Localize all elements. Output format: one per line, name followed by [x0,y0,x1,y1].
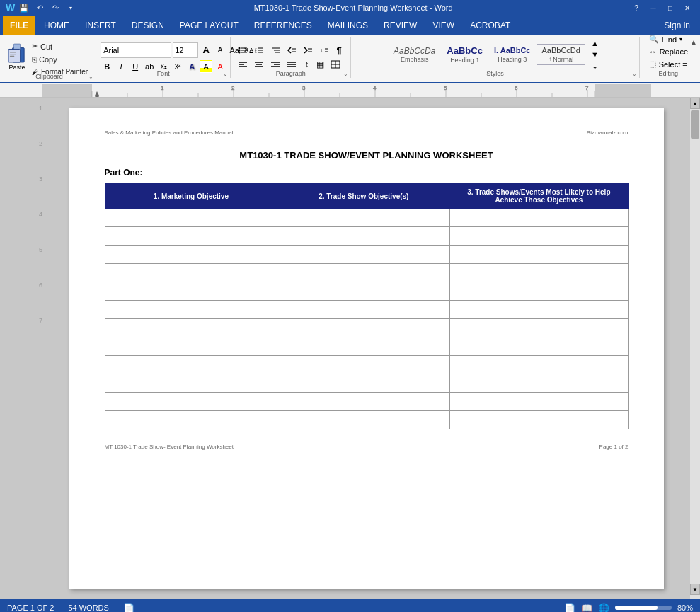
minimize-button[interactable]: ─ [646,3,660,13]
table-cell[interactable] [105,411,277,429]
save-icon[interactable]: 💾 [18,1,30,14]
table-cell[interactable] [450,282,628,301]
align-left-button[interactable] [235,58,251,71]
font-size-input[interactable] [173,42,198,58]
table-row[interactable] [105,356,628,374]
table-row[interactable] [105,301,628,319]
sign-in-link[interactable]: Sign in [657,18,697,33]
font-name-input[interactable] [101,42,171,58]
quick-access-more-icon[interactable]: ▾ [64,1,77,14]
table-cell[interactable] [277,227,450,246]
table-cell[interactable] [450,227,628,246]
mailings-menu[interactable]: MAILINGS [321,18,375,33]
insert-menu[interactable]: INSERT [78,18,123,33]
view-web-layout[interactable]: 🌐 [598,603,609,613]
paragraph-expand-icon[interactable]: ⌄ [343,71,348,77]
redo-icon[interactable]: ↷ [49,1,62,14]
justify-button[interactable] [284,58,299,71]
table-cell[interactable] [105,337,277,356]
undo-icon[interactable]: ↶ [33,1,46,14]
shading-button[interactable]: ▦ [314,58,327,71]
table-row[interactable] [105,319,628,337]
borders-button[interactable] [328,58,343,71]
view-print-layout[interactable]: 📄 [564,603,575,613]
emphasis-style[interactable]: AaBbCcDa Emphasis [389,44,440,65]
normal-style[interactable]: AaBbCcDd ↑ Normal [537,44,585,64]
select-button[interactable]: ⬚ Select = [647,59,690,69]
table-cell[interactable] [277,209,450,227]
table-cell[interactable] [450,374,628,393]
view-read-mode[interactable]: 📖 [581,603,592,613]
table-row[interactable] [105,227,628,246]
table-cell[interactable] [450,209,628,227]
table-cell[interactable] [450,301,628,319]
table-row[interactable] [105,264,628,282]
page-layout-menu[interactable]: PAGE LAYOUT [173,18,246,33]
table-cell[interactable] [105,301,277,319]
scroll-thumb[interactable] [691,110,699,139]
copy-button[interactable]: ⎘ Copy [30,54,90,65]
table-cell[interactable] [277,393,450,411]
vertical-scrollbar[interactable]: ▲ ▼ [690,98,700,599]
bullets-button[interactable] [235,44,251,57]
align-right-button[interactable] [268,58,283,71]
table-cell[interactable] [450,264,628,282]
collapse-ribbon-button[interactable]: ▲ [690,38,697,46]
table-cell[interactable] [450,411,628,429]
align-center-button[interactable] [251,58,267,71]
find-button[interactable]: 🔍 Find ▾ [647,34,690,45]
close-button[interactable]: ✕ [680,3,694,13]
proofing-icon[interactable]: 📄 [123,603,134,613]
numbering-button[interactable]: 1.2.3. [251,44,267,57]
table-cell[interactable] [277,319,450,337]
shrink-font-button[interactable]: A [214,44,226,57]
decrease-indent-button[interactable] [284,44,299,57]
grow-font-button[interactable]: A [200,44,212,57]
design-menu[interactable]: DESIGN [125,18,171,33]
table-row[interactable] [105,209,628,227]
table-cell[interactable] [277,374,450,393]
heading3-style[interactable]: I. AaBbCc Heading 3 [489,44,536,64]
table-cell[interactable] [105,264,277,282]
view-menu[interactable]: VIEW [425,18,461,33]
table-cell[interactable] [277,246,450,264]
table-row[interactable] [105,282,628,301]
styles-more[interactable]: ⌄ [588,61,602,71]
table-cell[interactable] [277,411,450,429]
show-hide-button[interactable]: ¶ [333,44,345,57]
scroll-up-button[interactable]: ▲ [690,98,700,109]
file-menu[interactable]: FILE [3,16,35,35]
line-spacing-button[interactable]: ↕ [300,58,313,71]
table-row[interactable] [105,337,628,356]
sort-button[interactable]: ↕ [316,44,332,57]
replace-button[interactable]: ↔ Replace [647,47,690,57]
table-cell[interactable] [450,319,628,337]
maximize-button[interactable]: □ [663,3,677,13]
table-cell[interactable] [105,209,277,227]
table-cell[interactable] [450,356,628,374]
styles-scroll-down[interactable]: ▼ [588,50,602,59]
styles-scroll-up[interactable]: ▲ [588,38,602,48]
heading1-style[interactable]: AaBbCc Heading 1 [442,43,488,66]
table-cell[interactable] [450,393,628,411]
font-expand-icon[interactable]: ⌄ [223,71,228,77]
table-cell[interactable] [277,356,450,374]
table-cell[interactable] [105,227,277,246]
clipboard-expand-icon[interactable]: ⌄ [88,74,93,80]
document-area[interactable]: Sales & Marketing Policies and Procedure… [42,98,690,599]
acrobat-menu[interactable]: ACROBAT [463,18,517,33]
references-menu[interactable]: REFERENCES [247,18,319,33]
table-cell[interactable] [105,356,277,374]
table-row[interactable] [105,246,628,264]
increase-indent-button[interactable] [300,44,316,57]
table-cell[interactable] [105,393,277,411]
styles-expand-icon[interactable]: ⌄ [632,71,637,77]
table-cell[interactable] [450,337,628,356]
table-row[interactable] [105,393,628,411]
home-menu[interactable]: HOME [37,18,76,33]
scroll-down-button[interactable]: ▼ [690,584,700,595]
table-cell[interactable] [105,319,277,337]
paste-button[interactable]: Paste [8,42,25,75]
help-button[interactable]: ? [629,3,643,13]
review-menu[interactable]: REVIEW [377,18,424,33]
